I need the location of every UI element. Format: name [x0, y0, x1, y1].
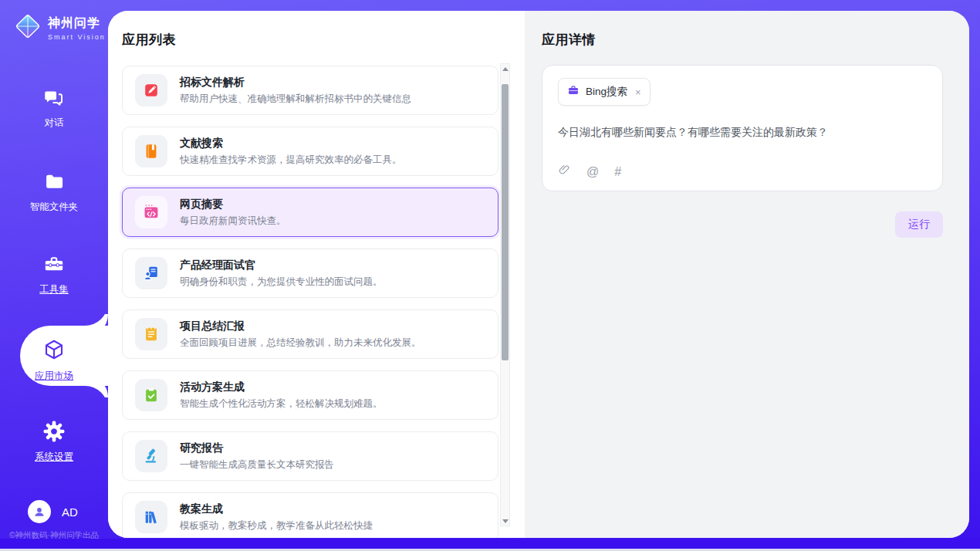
app-card-list: 招标文件解析 帮助用户快速、准确地理解和解析招标书中的关键信息	[122, 66, 498, 538]
app-card-event-plan[interactable]: 活动方案生成 智能生成个性化活动方案，轻松解决规划难题。	[122, 370, 498, 420]
sidebar: 神州问学 Smart Vision 对话 智能文件夹	[0, 0, 108, 551]
app-description: 明确身份和职责，为您提供专业性的面试问题。	[180, 276, 383, 289]
app-card-pm-interviewer[interactable]: 产品经理面试官 明确身份和职责，为您提供专业性的面试问题。	[122, 248, 498, 298]
app-detail-title: 应用详情	[542, 31, 969, 49]
app-description: 一键智能生成高质量长文本研究报告	[180, 458, 334, 472]
app-detail-pane: 应用详情 Bing搜索 × 今日湖北有哪	[525, 11, 969, 538]
hash-icon[interactable]: #	[614, 165, 621, 179]
app-card-literature-search[interactable]: 文献搜索 快速精准查找学术资源，提高研究效率的必备工具。	[122, 127, 498, 176]
app-name: 教案生成	[180, 502, 373, 516]
cube-icon	[42, 338, 66, 364]
app-name: 活动方案生成	[180, 380, 383, 394]
app-name: 文献搜索	[180, 137, 402, 150]
app-description: 每日政府新闻资讯快查。	[180, 215, 286, 228]
query-input[interactable]: 今日湖北有哪些新闻要点？有哪些需要关注的最新政策？	[558, 124, 927, 140]
app-name: 研究报告	[180, 441, 334, 455]
notepad-icon	[135, 318, 167, 350]
book-icon	[135, 135, 167, 167]
run-button[interactable]: 运行	[895, 211, 943, 238]
app-name: 产品经理面试官	[180, 259, 383, 272]
app-name: 项目总结汇报	[180, 319, 421, 333]
composer-toolbar: @ #	[558, 164, 621, 180]
prompt-card[interactable]: Bing搜索 × 今日湖北有哪些新闻要点？有哪些需要关注的最新政策？ @ #	[542, 65, 943, 191]
gear-icon	[43, 421, 65, 445]
sidebar-item-app-market[interactable]: 应用市场	[0, 338, 108, 383]
doc-edit-icon	[135, 74, 167, 106]
scroll-up-arrow[interactable]	[501, 64, 509, 73]
app-description: 帮助用户快速、准确地理解和解析招标书中的关键信息	[180, 93, 411, 106]
user-account[interactable]: AD	[28, 500, 78, 523]
sidebar-item-label: 应用市场	[35, 370, 73, 383]
interviewer-icon	[135, 257, 167, 289]
sidebar-item-label: 对话	[45, 117, 64, 130]
app-description: 智能生成个性化活动方案，轻松解决规划难题。	[180, 397, 383, 411]
bottom-bar	[0, 539, 980, 549]
scrollbar-thumb[interactable]	[502, 84, 509, 360]
sidebar-item-label: 智能文件夹	[30, 201, 79, 214]
app-description: 快速精准查找学术资源，提高研究效率的必备工具。	[180, 154, 402, 167]
paperclip-icon[interactable]	[558, 164, 571, 180]
app-name: 招标文件解析	[180, 76, 411, 90]
mention-icon[interactable]: @	[586, 165, 599, 179]
clipboard-check-icon	[135, 379, 167, 411]
diamond-logo-icon	[14, 12, 42, 43]
app-name: 网页摘要	[180, 198, 286, 211]
app-card-research-report[interactable]: 研究报告 一键智能生成高质量长文本研究报告	[122, 431, 498, 481]
page: 神州问学 Smart Vision 对话 智能文件夹	[0, 0, 980, 551]
app-description: 全面回顾项目进展，总结经验教训，助力未来优化发展。	[180, 336, 421, 350]
main-panel: 应用列表 招标文件解析 帮助用户快速、准确地理解和解析招标书中的关键信息	[108, 11, 969, 538]
app-list-title: 应用列表	[122, 31, 176, 49]
sidebar-item-label: 工具集	[39, 283, 69, 296]
sidebar-item-toolset[interactable]: 工具集	[0, 253, 108, 296]
sidebar-item-chat[interactable]: 对话	[0, 86, 108, 130]
app-list-pane: 应用列表 招标文件解析 帮助用户快速、准确地理解和解析招标书中的关键信息	[108, 11, 525, 538]
browser-code-icon	[135, 196, 167, 228]
toolbox-icon	[43, 253, 65, 278]
sidebar-item-settings[interactable]: 系统设置	[0, 421, 108, 464]
scroll-down-arrow[interactable]	[501, 516, 509, 526]
app-card-lesson-plan[interactable]: 教案生成 模板驱动，教案秒成，教学准备从此轻松快捷	[122, 492, 498, 538]
app-list-scrollbar[interactable]	[500, 63, 510, 526]
tool-tag-bing-search[interactable]: Bing搜索 ×	[558, 78, 651, 106]
tool-tag-label: Bing搜索	[586, 85, 627, 99]
avatar	[28, 500, 51, 523]
app-card-project-summary[interactable]: 项目总结汇报 全面回顾项目进展，总结经验教训，助力未来优化发展。	[122, 309, 498, 359]
app-card-web-summary[interactable]: 网页摘要 每日政府新闻资讯快查。	[122, 188, 498, 237]
chat-icon	[43, 86, 65, 111]
user-initials: AD	[62, 505, 78, 519]
app-description: 模板驱动，教案秒成，教学准备从此轻松快捷	[180, 519, 373, 532]
app-card-bid-analysis[interactable]: 招标文件解析 帮助用户快速、准确地理解和解析招标书中的关键信息	[122, 66, 498, 115]
tag-close-icon[interactable]: ×	[635, 86, 641, 98]
microscope-icon	[135, 440, 167, 472]
books-icon	[135, 501, 167, 533]
sidebar-item-smart-folders[interactable]: 智能文件夹	[0, 171, 108, 214]
folder-icon	[43, 171, 65, 195]
logo-subtitle: Smart Vision	[48, 33, 106, 41]
logo: 神州问学 Smart Vision	[14, 12, 106, 43]
sidebar-item-label: 系统设置	[35, 451, 73, 464]
logo-title: 神州问学	[48, 15, 106, 32]
briefcase-icon	[567, 84, 580, 100]
